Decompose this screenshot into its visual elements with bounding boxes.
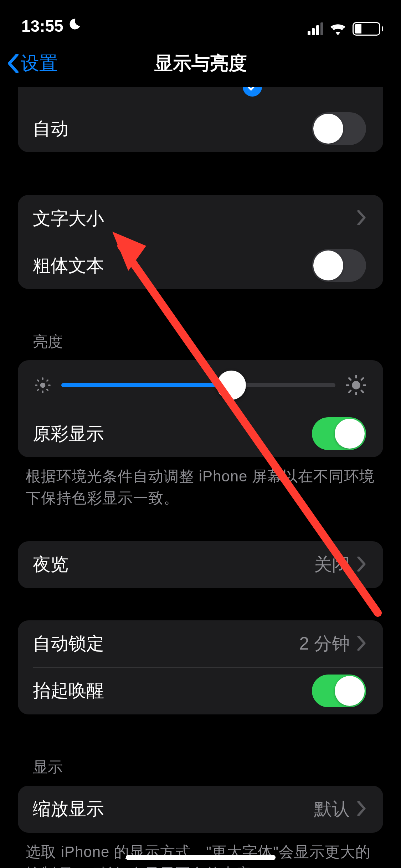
night-shift-row[interactable]: 夜览 关闭 [18,541,383,588]
chevron-right-icon [357,636,366,652]
auto-lock-row[interactable]: 自动锁定 2 分钟 [18,620,383,667]
brightness-slider[interactable] [61,383,335,387]
auto-lock-value: 2 分钟 [299,632,350,656]
automatic-appearance-label: 自动 [33,117,312,141]
night-shift-value: 关闭 [314,553,350,577]
true-tone-label: 原彩显示 [33,422,312,446]
back-button[interactable]: 设置 [6,51,58,76]
svg-line-16 [349,391,351,392]
chevron-right-icon [357,557,366,573]
true-tone-footer: 根据环境光条件自动调整 iPhone 屏幕以在不同环境下保持色彩显示一致。 [26,466,375,509]
raise-to-wake-row[interactable]: 抬起唤醒 [18,667,383,714]
page-title: 显示与亮度 [0,51,401,76]
text-group: 文字大小 粗体文本 [18,195,383,289]
sun-min-icon [35,377,51,393]
wifi-icon [330,22,346,35]
dark-mode-selected-icon[interactable] [243,87,262,97]
display-zoom-value: 默认 [314,797,350,821]
battery-percent: 27 [361,24,372,35]
svg-point-9 [352,381,360,389]
bold-text-label: 粗体文本 [33,254,312,278]
chevron-right-icon [357,801,366,817]
true-tone-switch[interactable] [312,417,366,450]
bold-text-switch[interactable] [312,249,366,282]
lock-group: 自动锁定 2 分钟 抬起唤醒 [18,620,383,714]
appearance-group: 自动 [18,87,383,152]
status-bar: 13:55 27 [0,0,401,39]
brightness-slider-thumb[interactable] [217,371,246,400]
auto-lock-label: 自动锁定 [33,632,299,656]
sun-max-icon [346,375,366,395]
cellular-signal-icon [308,22,323,35]
back-label: 设置 [21,51,58,76]
svg-line-14 [349,378,351,380]
svg-line-6 [47,389,48,391]
automatic-appearance-row[interactable]: 自动 [18,105,383,152]
automatic-appearance-switch[interactable] [312,112,366,145]
status-time: 13:55 [21,16,63,36]
nav-bar: 设置 显示与亮度 [0,39,401,87]
svg-line-7 [38,389,39,391]
brightness-group: 原彩显示 [18,360,383,457]
display-zoom-group: 缩放显示 默认 [18,786,383,833]
svg-point-0 [40,383,46,388]
brightness-header: 亮度 [33,332,368,352]
display-zoom-row[interactable]: 缩放显示 默认 [18,786,383,833]
night-shift-group: 夜览 关闭 [18,541,383,588]
text-size-row[interactable]: 文字大小 [18,195,383,242]
raise-to-wake-label: 抬起唤醒 [33,679,312,703]
chevron-right-icon [357,210,366,227]
text-size-label: 文字大小 [33,207,357,231]
svg-line-17 [361,378,363,380]
do-not-disturb-icon [68,16,82,36]
svg-line-15 [361,391,363,392]
true-tone-row[interactable]: 原彩显示 [18,410,383,457]
home-indicator[interactable] [126,855,276,860]
display-zoom-label: 缩放显示 [33,797,314,821]
bold-text-row[interactable]: 粗体文本 [18,242,383,289]
svg-line-5 [38,380,39,381]
svg-line-8 [47,380,48,381]
night-shift-label: 夜览 [33,553,314,577]
raise-to-wake-switch[interactable] [312,675,366,707]
battery-indicator: 27 [353,22,383,36]
brightness-slider-row [18,360,383,410]
display-header: 显示 [33,757,368,777]
